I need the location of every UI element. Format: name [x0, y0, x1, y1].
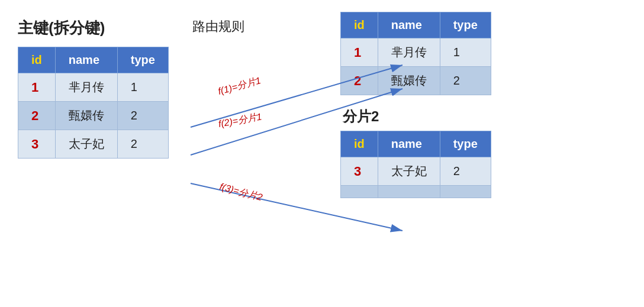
left-table: id name type 1 芈月传 1 2 甄嬛传 2 3 太子妃 2 — [18, 47, 169, 159]
shard2-type-cell: 2 — [440, 157, 491, 186]
routing-title: 路由规则 — [192, 18, 244, 35]
left-id-cell: 2 — [18, 102, 56, 130]
middle-section: 路由规则 — [186, 18, 329, 41]
shard1-name-cell: 芈月传 — [378, 38, 440, 67]
shard2-title: 分片2 — [340, 107, 491, 126]
shard2-table-row: 3 太子妃 2 — [340, 157, 491, 186]
shard2-header-name: name — [378, 131, 440, 157]
shard1-type-cell: 2 — [440, 67, 491, 95]
shard2-table: id name type 3 太子妃 2 — [340, 131, 491, 198]
shard1-table: id name type 1 芈月传 1 2 甄嬛传 2 — [340, 12, 491, 95]
left-type-cell: 1 — [117, 73, 168, 102]
left-id-cell: 1 — [18, 73, 56, 102]
shard1-id-cell: 1 — [340, 38, 378, 67]
left-id-cell: 3 — [18, 130, 56, 159]
shard2-table-row — [340, 186, 491, 198]
left-type-cell: 2 — [117, 102, 168, 130]
shard2-name-cell — [378, 186, 440, 198]
shard2-name-cell: 太子妃 — [378, 157, 440, 186]
shard2-header-type: type — [440, 131, 491, 157]
shard1-id-cell: 2 — [340, 67, 378, 95]
shard1-type-cell: 1 — [440, 38, 491, 67]
shard1-name-cell: 甄嬛传 — [378, 67, 440, 95]
left-name-cell: 太子妃 — [55, 130, 117, 159]
shard2-container: 分片2 id name type 3 太子妃 2 — [340, 107, 491, 198]
left-name-cell: 甄嬛传 — [55, 102, 117, 130]
left-table-row: 3 太子妃 2 — [18, 130, 169, 159]
shard1-header-name: name — [378, 12, 440, 38]
shard1-header-type: type — [440, 12, 491, 38]
right-section: id name type 1 芈月传 1 2 甄嬛传 2 分片2 — [340, 12, 491, 198]
left-header-name: name — [55, 47, 117, 73]
shard2-header-id: id — [340, 131, 378, 157]
shard1-header-id: id — [340, 12, 378, 38]
left-table-row: 2 甄嬛传 2 — [18, 102, 169, 130]
main-container: 主键(拆分键) id name type 1 芈月传 1 2 甄嬛传 2 3 太… — [0, 0, 644, 307]
shard2-id-cell — [340, 186, 378, 198]
shard2-id-cell: 3 — [340, 157, 378, 186]
left-name-cell: 芈月传 — [55, 73, 117, 102]
left-table-row: 1 芈月传 1 — [18, 73, 169, 102]
shard2-type-cell — [440, 186, 491, 198]
shard1-container: id name type 1 芈月传 1 2 甄嬛传 2 — [340, 12, 491, 95]
shard1-table-row: 1 芈月传 1 — [340, 38, 491, 67]
left-header-id: id — [18, 47, 56, 73]
left-section: 主键(拆分键) id name type 1 芈月传 1 2 甄嬛传 2 3 太… — [18, 18, 169, 159]
left-header-type: type — [117, 47, 168, 73]
left-type-cell: 2 — [117, 130, 168, 159]
left-title: 主键(拆分键) — [18, 18, 105, 38]
shard1-table-row: 2 甄嬛传 2 — [340, 67, 491, 95]
